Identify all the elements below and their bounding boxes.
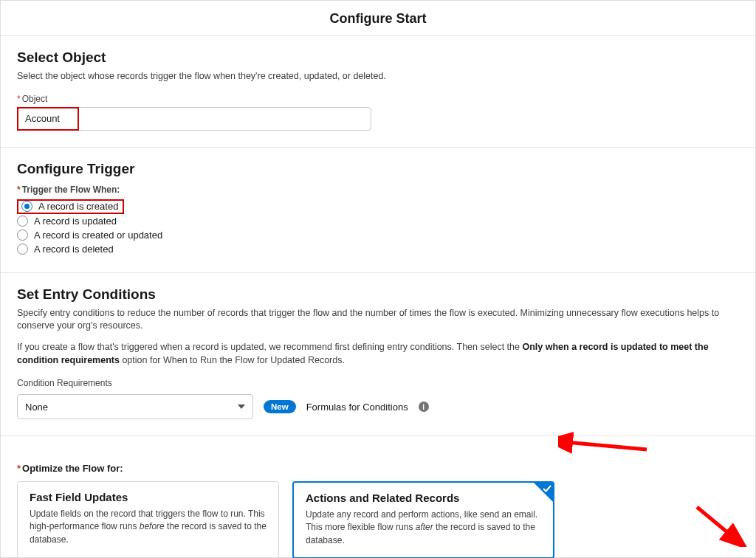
card-desc-fast: Update fields on the record that trigger…: [30, 508, 267, 546]
trigger-label-created: A record is created: [38, 201, 118, 212]
condition-req-value: None: [25, 402, 48, 413]
configure-start-modal: Configure Start Select Object Select the…: [0, 0, 756, 558]
trigger-radio-deleted[interactable]: [17, 244, 28, 255]
info-icon[interactable]: i: [419, 402, 429, 412]
condition-req-label: Condition Requirements: [17, 378, 739, 388]
optimize-label: Optimize the Flow for:: [17, 463, 739, 474]
select-object-heading: Select Object: [17, 49, 739, 66]
trigger-radio-created[interactable]: [21, 201, 32, 212]
formulas-for-conditions-label: Formulas for Conditions: [306, 402, 408, 413]
new-badge: New: [264, 400, 296, 413]
trigger-label-updated: A record is updated: [34, 216, 117, 227]
trigger-radio-group: A record is created A record is updated …: [17, 199, 739, 256]
trigger-option-updated-row[interactable]: A record is updated: [17, 214, 739, 228]
trigger-option-created-row[interactable]: A record is created: [17, 199, 124, 214]
trigger-radio-updated[interactable]: [17, 216, 28, 227]
trigger-label-deleted: A record is deleted: [34, 244, 114, 255]
condition-req-select[interactable]: None: [17, 394, 253, 419]
entry-conditions-section: Set Entry Conditions Specify entry condi…: [1, 273, 755, 437]
trigger-when-label: Trigger the Flow When:: [17, 185, 739, 195]
entry-conditions-help: Specify entry conditions to reduce the n…: [17, 307, 739, 333]
configure-trigger-section: Configure Trigger Trigger the Flow When:…: [1, 148, 755, 273]
card-desc-actions: Update any record and perform actions, l…: [306, 509, 541, 547]
trigger-option-deleted-row[interactable]: A record is deleted: [17, 242, 739, 256]
trigger-label-created-updated: A record is created or updated: [34, 230, 162, 241]
card-title-fast: Fast Field Updates: [30, 491, 267, 503]
select-object-help: Select the object whose records trigger …: [17, 70, 739, 83]
modal-title: Configure Start: [1, 1, 755, 36]
object-input[interactable]: [17, 107, 371, 131]
select-object-section: Select Object Select the object whose re…: [1, 36, 755, 148]
object-field-label: Object: [17, 94, 739, 104]
trigger-option-created-updated-row[interactable]: A record is created or updated: [17, 228, 739, 242]
entry-conditions-para2: If you create a flow that's triggered wh…: [17, 340, 739, 368]
optimize-cards: Fast Field Updates Update fields on the …: [17, 481, 739, 558]
card-title-actions: Actions and Related Records: [306, 492, 541, 504]
chevron-down-icon: [238, 404, 245, 409]
card-actions-related-records[interactable]: Actions and Related Records Update any r…: [292, 481, 554, 558]
configure-trigger-heading: Configure Trigger: [17, 161, 739, 177]
trigger-radio-created-updated[interactable]: [17, 230, 28, 241]
optimize-section: Optimize the Flow for: Fast Field Update…: [1, 436, 755, 558]
card-fast-field-updates[interactable]: Fast Field Updates Update fields on the …: [17, 481, 279, 558]
selected-corner-icon: [534, 483, 553, 502]
entry-conditions-heading: Set Entry Conditions: [17, 286, 739, 303]
